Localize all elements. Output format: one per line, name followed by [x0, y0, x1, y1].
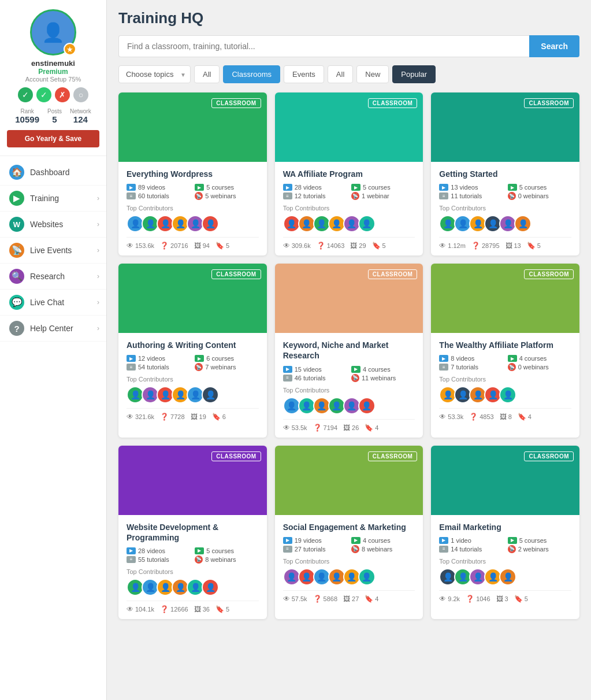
webinars-count: 8 webinars	[205, 556, 236, 563]
card-header: CLASSROOM	[275, 264, 423, 333]
top-contributors-label: Top Contributors	[127, 205, 259, 212]
tutorials-count: 27 tutorials	[295, 546, 326, 553]
video-icon: ▶	[439, 537, 448, 544]
videos-count: 15 videos	[295, 366, 322, 373]
filter-popular-button[interactable]: Popular	[392, 65, 436, 83]
courses-count: 5 courses	[519, 537, 547, 544]
card-header: CLASSROOM	[275, 92, 423, 162]
filter-all2-button[interactable]: All	[328, 65, 353, 83]
classroom-badge: CLASSROOM	[211, 451, 261, 461]
topics-dropdown[interactable]: Choose topics	[118, 65, 191, 83]
views-count: 309.6k	[292, 242, 311, 249]
images-count: 13	[514, 242, 521, 249]
bookmarks-icon: 🔖	[527, 242, 536, 250]
webinar-icon: 📡	[195, 363, 203, 371]
card-stats: ▶ 19 videos ▶ 4 courses ≡ 27 tutorials 📡…	[283, 537, 415, 553]
contributor-avatars: 👤👤👤👤👤	[439, 568, 571, 586]
webinars-stat: 📡 8 webinars	[195, 555, 258, 564]
sidebar-item-help-center[interactable]: ? Help Center ›	[0, 316, 106, 342]
classroom-card[interactable]: CLASSROOM Keyword, Niche and Market Rese…	[275, 264, 423, 437]
sidebar-item-dashboard[interactable]: 🏠 Dashboard	[0, 160, 106, 186]
card-stats: ▶ 28 videos ▶ 5 courses ≡ 55 tutorials 📡…	[127, 547, 259, 564]
webinar-icon: 📡	[195, 192, 203, 200]
classroom-card[interactable]: CLASSROOM Website Development & Programm…	[118, 446, 267, 619]
bookmarks-count: 4	[375, 424, 378, 431]
filter-classrooms-button[interactable]: Classrooms	[223, 65, 280, 83]
card-body: Getting Started ▶ 13 videos ▶ 5 courses …	[431, 162, 579, 255]
card-title: Authoring & Writing Content	[127, 340, 259, 350]
classroom-card[interactable]: CLASSROOM Email Marketing ▶ 1 video ▶ 5 …	[431, 446, 579, 619]
card-stats: ▶ 13 videos ▶ 5 courses ≡ 11 tutorials 📡…	[439, 184, 571, 200]
avatar: 👤 ★	[30, 9, 76, 55]
classroom-card[interactable]: CLASSROOM Getting Started ▶ 13 videos ▶ …	[431, 92, 579, 255]
views-item: 👁 57.5k	[283, 595, 307, 603]
bookmarks-item: 🔖 6	[212, 413, 226, 421]
webinars-count: 1 webinar	[362, 192, 389, 199]
filter-events-button[interactable]: Events	[284, 65, 324, 83]
courses-count: 4 courses	[363, 537, 391, 544]
questions-item: ❓ 14063	[317, 242, 345, 250]
images-item: 🖼 27	[343, 595, 359, 603]
courses-icon: ▶	[351, 537, 360, 544]
courses-icon: ▶	[195, 184, 204, 191]
card-stats: ▶ 28 videos ▶ 5 courses ≡ 12 tutorials 📡…	[283, 184, 415, 200]
sidebar-label-help-center: Help Center	[30, 324, 73, 333]
filter-new-button[interactable]: New	[356, 65, 389, 83]
classroom-card[interactable]: CLASSROOM Authoring & Writing Content ▶ …	[118, 264, 267, 437]
videos-stat: ▶ 28 videos	[127, 547, 190, 554]
page-title: Training HQ	[118, 9, 579, 27]
videos-stat: ▶ 1 video	[439, 537, 503, 544]
courses-icon: ▶	[508, 355, 517, 362]
questions-icon: ❓	[160, 413, 169, 421]
sidebar-item-training[interactable]: ▶ Training ›	[0, 186, 106, 212]
bookmarks-item: 🔖 4	[518, 413, 531, 421]
questions-count: 14063	[327, 242, 345, 249]
classroom-card[interactable]: CLASSROOM The Wealthy Affiliate Platform…	[431, 264, 579, 437]
username: enstinemuki	[31, 59, 75, 68]
classroom-card[interactable]: CLASSROOM WA Affiliate Program ▶ 28 vide…	[275, 92, 423, 255]
research-icon: 🔍	[9, 269, 24, 284]
classroom-card[interactable]: CLASSROOM Everything Wordpress ▶ 89 vide…	[118, 92, 267, 255]
tutorials-stat: ≡ 7 tutorials	[439, 363, 503, 371]
top-contributors-label: Top Contributors	[439, 205, 571, 212]
videos-count: 13 videos	[451, 184, 478, 191]
rank-value: 10599	[15, 114, 39, 124]
sidebar-item-live-chat[interactable]: 💬 Live Chat ›	[0, 290, 106, 316]
bookmarks-count: 5	[226, 606, 229, 613]
search-input[interactable]	[118, 35, 529, 57]
video-icon: ▶	[283, 537, 292, 544]
views-icon: 👁	[127, 605, 133, 613]
questions-count: 20716	[170, 242, 188, 249]
webinars-stat: 📡 5 webinars	[195, 192, 258, 200]
courses-stat: ▶ 5 courses	[508, 184, 571, 191]
tutorials-count: 11 tutorials	[451, 192, 482, 199]
videos-count: 89 videos	[138, 184, 165, 191]
sidebar-item-research[interactable]: 🔍 Research ›	[0, 264, 106, 290]
go-yearly-button[interactable]: Go Yearly & Save	[7, 130, 99, 147]
views-icon: 👁	[283, 595, 290, 603]
classroom-card[interactable]: CLASSROOM Social Engagement & Marketing …	[275, 446, 423, 619]
images-icon: 🖼	[191, 413, 198, 421]
sidebar-item-live-events[interactable]: 📡 Live Events ›	[0, 238, 106, 264]
images-icon: 🖼	[343, 424, 350, 432]
tutorials-count: 12 tutorials	[295, 192, 326, 199]
search-button[interactable]: Search	[529, 35, 579, 57]
images-item: 🖼 8	[500, 413, 512, 421]
tutorials-count: 46 tutorials	[295, 375, 326, 382]
questions-item: ❓ 12666	[160, 605, 188, 613]
card-title: Everything Wordpress	[127, 169, 259, 179]
card-body: Keyword, Niche and Market Research ▶ 15 …	[275, 333, 423, 437]
videos-count: 1 video	[451, 537, 471, 544]
images-icon: 🖼	[194, 242, 201, 250]
views-item: 👁 104.1k	[127, 605, 154, 613]
card-header: CLASSROOM	[118, 264, 267, 333]
questions-icon: ❓	[313, 424, 322, 432]
status-check-2: ✓	[36, 87, 51, 102]
sidebar-item-websites[interactable]: W Websites ›	[0, 212, 106, 238]
filter-all-button[interactable]: All	[194, 65, 220, 83]
questions-icon: ❓	[471, 242, 480, 250]
videos-stat: ▶ 12 videos	[127, 355, 190, 362]
courses-icon: ▶	[508, 184, 517, 191]
tutorial-icon: ≡	[283, 192, 292, 199]
card-footer: 👁 9.2k ❓ 1046 🖼 3 🔖 5	[439, 590, 571, 603]
